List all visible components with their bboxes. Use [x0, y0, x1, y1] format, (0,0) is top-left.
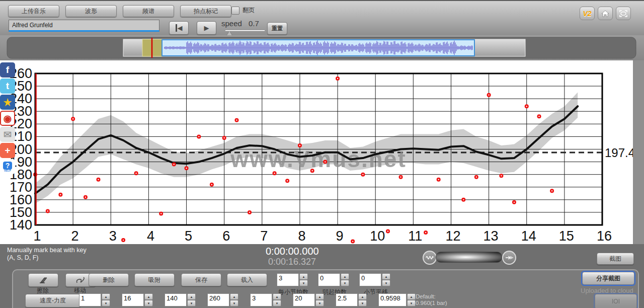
waveform-overview[interactable] [0, 35, 644, 60]
spinner-速度上限: 260▲▼ [207, 293, 238, 306]
weibo-icon[interactable]: ◉ [0, 111, 15, 126]
spinner-up-arrow[interactable]: ▲ [273, 293, 281, 300]
spinner-up-arrow[interactable]: ▲ [407, 293, 416, 300]
skip-to-start-icon: ◀ [176, 24, 183, 32]
spinner-down-arrow[interactable]: ▼ [187, 300, 196, 306]
spinner-value[interactable]: 16 [122, 293, 144, 306]
spinner-arrows: ▲▼ [358, 293, 367, 306]
tempo-chart[interactable]: www.Vmus.net1401501601701801902002102202… [0, 60, 644, 244]
spinner-value[interactable]: 3 [250, 293, 272, 306]
help-icon[interactable]: ?HELP [0, 159, 15, 174]
spinner-up-arrow[interactable]: ▲ [315, 293, 324, 300]
spinner-down-arrow[interactable]: ▼ [315, 300, 324, 306]
spinner-up-arrow[interactable]: ▲ [382, 273, 390, 280]
play-icon: ▶ [204, 24, 209, 32]
x-tick-label: 8 [298, 228, 305, 244]
facebook-icon[interactable]: f [0, 62, 15, 78]
spinner-value[interactable]: 2.5 [336, 293, 358, 306]
spinner-up-arrow[interactable]: ▲ [299, 273, 308, 280]
toolbar-button-0[interactable]: 上传音乐 [8, 5, 59, 17]
home-icon [601, 10, 609, 17]
spinner-up-arrow[interactable]: ▲ [230, 293, 238, 300]
spinner-速度下限: 140▲▼ [165, 293, 196, 306]
reset-speed-button[interactable]: 重置 [267, 22, 287, 35]
spinner-arrows: ▲▼ [299, 273, 308, 286]
x-tick-label: 13 [484, 228, 499, 244]
volume-wave-button[interactable] [423, 251, 437, 265]
x-tick-label: 1 [33, 228, 41, 244]
spinner-value[interactable]: 3 [277, 273, 299, 286]
fast-forward-icon [505, 255, 513, 261]
x-tick-label: 4 [147, 228, 154, 244]
share-screenshot-button[interactable]: 分享截图 [582, 272, 634, 285]
spinner-up-arrow[interactable]: ▲ [102, 293, 110, 300]
spinner-down-arrow[interactable]: ▼ [144, 300, 153, 306]
fullscreen-icon [619, 10, 627, 17]
time-total: 0:00:16.327 [268, 257, 316, 267]
page-turn-checkbox[interactable] [231, 7, 239, 15]
sound-wave-icon [426, 255, 434, 261]
spinner-down-arrow[interactable]: ▼ [382, 280, 390, 286]
spinner-arrows: ▲▼ [315, 293, 324, 306]
tempo-dynamics-button[interactable]: 速度-力度 [25, 294, 80, 307]
toolbar-button-1[interactable]: 波形 [65, 5, 117, 17]
spinner-窗口参数: 0.9598▲▼ [378, 293, 416, 306]
spinner-value[interactable]: 140 [165, 293, 187, 306]
spinner-value[interactable]: 1 [79, 293, 101, 306]
ioi-button[interactable]: IOI [595, 294, 637, 308]
spinner-value[interactable]: 20 [293, 293, 315, 306]
panel-button-载入[interactable]: 载入 [227, 273, 267, 286]
x-tick-label: 2 [71, 228, 79, 244]
track-name-input[interactable] [9, 20, 159, 32]
spinner-起始小节: 1▲▼ [79, 293, 110, 306]
x-tick-label: 11 [408, 228, 422, 244]
play-button[interactable]: ▶ [197, 21, 216, 35]
toolbar-button-3[interactable]: 拍点标记 [180, 5, 231, 17]
time-current: 0:00:00.000 [266, 246, 319, 257]
share-plus-icon[interactable]: + [0, 143, 15, 158]
spinner-arrows: ▲▼ [102, 293, 110, 306]
spinner-up-arrow[interactable]: ▲ [341, 273, 349, 280]
x-tick-label: 10 [370, 228, 385, 244]
spinner-value[interactable]: 0 [359, 273, 381, 286]
spinner-down-arrow[interactable]: ▼ [102, 300, 110, 306]
erase-tool-button[interactable] [28, 273, 58, 287]
spinner-arrows: ▲▼ [273, 293, 281, 306]
spinner-down-arrow[interactable]: ▼ [230, 300, 238, 306]
x-tick-label: 6 [222, 228, 230, 244]
panel-button-删除[interactable]: 删除 [89, 273, 129, 286]
fullscreen-button[interactable] [616, 7, 631, 20]
qzone-icon[interactable]: ★ [0, 95, 15, 110]
spinner-结束小节: 16▲▼ [122, 293, 153, 306]
skip-to-start-button[interactable]: ◀ [169, 21, 189, 35]
waveform-strip [0, 35, 644, 60]
spinner-value[interactable]: 260 [207, 293, 229, 306]
spinner-up-arrow[interactable]: ▲ [144, 293, 153, 300]
spinner-up-arrow[interactable]: ▲ [187, 293, 196, 300]
toolbar-buttons: 上传音乐波形频谱拍点标记 [8, 5, 231, 17]
bottom-section: 擦除 移动 删除吸附保存载入 3▲▼每小节拍数0▲▼弱起拍数0▲▼小节平移 速度… [0, 268, 644, 308]
toolbar-button-2[interactable]: 频谱 [123, 5, 174, 17]
spinner-down-arrow[interactable]: ▼ [407, 300, 416, 306]
spinner-down-arrow[interactable]: ▼ [273, 300, 281, 306]
spinner-down-arrow[interactable]: ▼ [299, 280, 308, 286]
twitter-icon[interactable]: t [0, 79, 15, 94]
fast-forward-button[interactable] [502, 251, 516, 265]
spinner-down-arrow[interactable]: ▼ [358, 300, 367, 306]
panel-button-保存[interactable]: 保存 [181, 273, 221, 286]
volume-slider[interactable] [436, 252, 502, 263]
version-badge[interactable]: V2 [580, 7, 595, 20]
spinner-down-arrow[interactable]: ▼ [341, 280, 349, 286]
panel-button-吸附[interactable]: 吸附 [134, 273, 175, 286]
spinner-弱起拍数: 0▲▼ [318, 273, 349, 286]
spinner-up-arrow[interactable]: ▲ [358, 293, 367, 300]
home-button[interactable] [598, 7, 613, 20]
spinner-value[interactable]: 0 [318, 273, 340, 286]
speed-label: speed [221, 19, 242, 28]
spinner-value[interactable]: 0.9598 [378, 293, 407, 306]
mail-icon[interactable]: ✉ [0, 127, 15, 142]
screenshot-button[interactable]: 截图 [597, 253, 634, 265]
x-tick-label: 5 [185, 228, 192, 244]
spinner-arrows: ▲▼ [407, 293, 416, 306]
watermark: www.Vmus.net [230, 146, 406, 172]
